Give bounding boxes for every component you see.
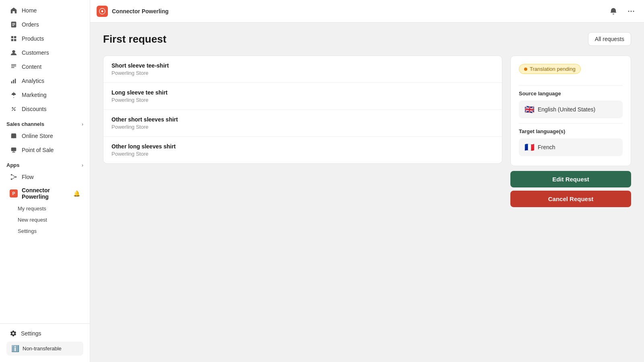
chevron-right-icon: › bbox=[82, 121, 83, 127]
sidebar-item-discounts[interactable]: Discounts bbox=[3, 102, 87, 116]
status-badge: Translation pending bbox=[519, 64, 581, 74]
svg-point-28 bbox=[628, 10, 630, 12]
topbar: Connector Powerling bbox=[90, 0, 644, 23]
apps-chevron-icon: › bbox=[82, 162, 83, 168]
apps-section[interactable]: Apps › bbox=[0, 157, 90, 170]
svg-rect-9 bbox=[13, 80, 14, 83]
sidebar-item-online-store[interactable]: Online Store bbox=[3, 129, 87, 143]
sales-channels-section[interactable]: Sales channels › bbox=[0, 116, 90, 129]
svg-rect-6 bbox=[11, 66, 17, 66]
svg-point-21 bbox=[15, 176, 17, 178]
svg-point-29 bbox=[631, 10, 632, 12]
store-icon bbox=[10, 132, 18, 140]
sidebar-item-products[interactable]: Products bbox=[3, 32, 87, 45]
sidebar-item-marketing[interactable]: Marketing bbox=[3, 88, 87, 102]
info-panel: Translation pending Source language 🇬🇧 E… bbox=[510, 56, 631, 210]
edit-request-button[interactable]: Edit Request bbox=[510, 171, 631, 187]
uk-flag: 🇬🇧 bbox=[524, 105, 535, 114]
products-icon bbox=[10, 35, 18, 43]
sidebar: Home Orders Products Customers Content bbox=[0, 0, 90, 362]
settings-icon bbox=[10, 330, 17, 337]
marketing-icon bbox=[10, 91, 18, 99]
svg-point-4 bbox=[12, 50, 15, 53]
sidebar-item-point-of-sale[interactable]: Point of Sale bbox=[3, 143, 87, 157]
svg-point-15 bbox=[14, 109, 16, 111]
svg-rect-18 bbox=[12, 152, 15, 153]
main-content: Connector Powerling First request All re… bbox=[90, 0, 644, 362]
status-card: Translation pending Source language 🇬🇧 E… bbox=[510, 56, 631, 166]
sidebar-item-flow[interactable]: Flow bbox=[3, 170, 87, 184]
flow-icon bbox=[10, 173, 18, 181]
source-language-box: 🇬🇧 English (United States) bbox=[519, 101, 623, 118]
product-row[interactable]: Other short sleeves shirt Powerling Stor… bbox=[103, 110, 502, 137]
sidebar-item-content[interactable]: Content bbox=[3, 60, 87, 74]
content-grid: Short sleeve tee-shirt Powerling Store L… bbox=[103, 56, 631, 210]
svg-point-20 bbox=[11, 174, 12, 176]
page-title: First request bbox=[103, 33, 167, 45]
sidebar-sub-settings[interactable]: Settings bbox=[3, 226, 87, 237]
page-content: First request All requests Short sleeve … bbox=[90, 23, 644, 362]
customers-icon bbox=[10, 49, 18, 57]
sidebar-item-settings[interactable]: Settings bbox=[3, 327, 87, 340]
status-dot bbox=[524, 68, 527, 71]
topbar-title: Connector Powerling bbox=[112, 8, 169, 14]
svg-rect-17 bbox=[11, 148, 17, 151]
cancel-request-button[interactable]: Cancel Request bbox=[510, 191, 631, 207]
bell-small-icon: 🔔 bbox=[73, 190, 80, 197]
product-row[interactable]: Other long sleeves shirt Powerling Store bbox=[103, 137, 502, 163]
svg-rect-5 bbox=[11, 64, 17, 65]
pos-icon bbox=[10, 146, 18, 154]
target-language-label: Target language(s) bbox=[519, 128, 623, 134]
content-icon bbox=[10, 63, 18, 71]
all-requests-button[interactable]: All requests bbox=[588, 32, 631, 46]
notifications-button[interactable] bbox=[607, 5, 620, 18]
non-transferable-badge: ℹ️ Non-transferable bbox=[6, 341, 83, 356]
sidebar-sub-new-request[interactable]: New request bbox=[3, 214, 87, 225]
fr-flag: 🇫🇷 bbox=[524, 142, 535, 152]
svg-line-23 bbox=[12, 175, 15, 177]
svg-line-24 bbox=[12, 177, 15, 179]
topbar-app-icon bbox=[97, 6, 108, 17]
svg-text:P: P bbox=[12, 191, 15, 196]
product-row[interactable]: Short sleeve tee-shirt Powerling Store bbox=[103, 56, 502, 83]
products-list: Short sleeve tee-shirt Powerling Store L… bbox=[103, 56, 502, 164]
connector-icon: P bbox=[10, 189, 18, 197]
svg-point-22 bbox=[11, 179, 12, 180]
svg-rect-8 bbox=[11, 81, 12, 83]
page-header: First request All requests bbox=[103, 32, 631, 46]
analytics-icon bbox=[10, 77, 18, 85]
source-language-label: Source language bbox=[519, 90, 623, 97]
svg-rect-7 bbox=[11, 67, 14, 68]
sidebar-item-customers[interactable]: Customers bbox=[3, 46, 87, 60]
sidebar-item-home[interactable]: Home bbox=[3, 4, 87, 17]
orders-icon bbox=[10, 21, 18, 29]
target-language-box: 🇫🇷 French bbox=[519, 138, 623, 156]
svg-rect-10 bbox=[15, 79, 16, 84]
svg-point-11 bbox=[13, 94, 14, 96]
info-icon: ℹ️ bbox=[11, 345, 19, 352]
sidebar-item-connector-powerling[interactable]: P Connector Powerling 🔔 bbox=[3, 184, 87, 203]
sidebar-item-orders[interactable]: Orders bbox=[3, 18, 87, 31]
svg-point-30 bbox=[633, 10, 634, 12]
svg-point-14 bbox=[12, 107, 14, 109]
discounts-icon bbox=[10, 105, 18, 113]
sidebar-sub-my-requests[interactable]: My requests bbox=[3, 203, 87, 214]
more-options-button[interactable] bbox=[625, 5, 638, 18]
sidebar-item-analytics[interactable]: Analytics bbox=[3, 74, 87, 88]
home-icon bbox=[10, 6, 18, 14]
product-row[interactable]: Long sleeve tee shirt Powerling Store bbox=[103, 83, 502, 110]
